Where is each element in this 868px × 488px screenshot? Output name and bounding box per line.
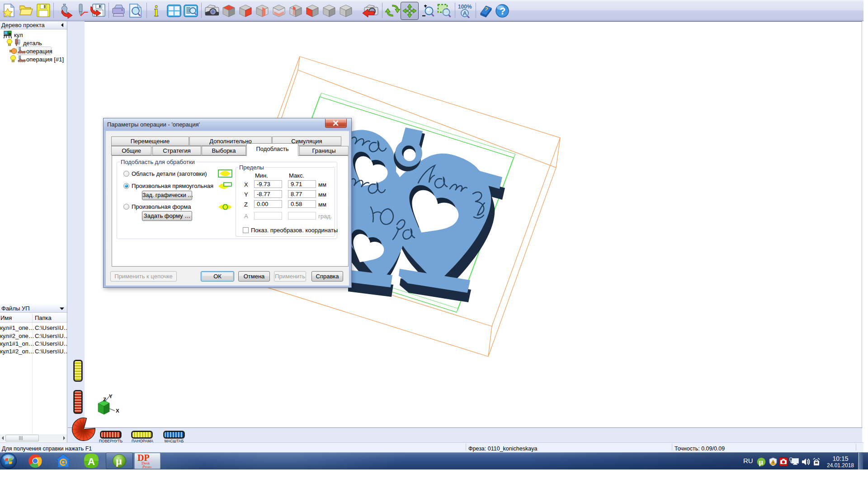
svg-text:µ: µ (759, 458, 763, 466)
svg-text:100%: 100% (458, 4, 472, 10)
svg-text:Proto: Proto (142, 465, 152, 469)
svg-text:A: A (463, 10, 467, 17)
svg-text:µ: µ (116, 455, 122, 467)
svg-text:i: i (154, 3, 158, 19)
svg-text:A: A (88, 456, 95, 467)
svg-text:?: ? (500, 5, 505, 17)
